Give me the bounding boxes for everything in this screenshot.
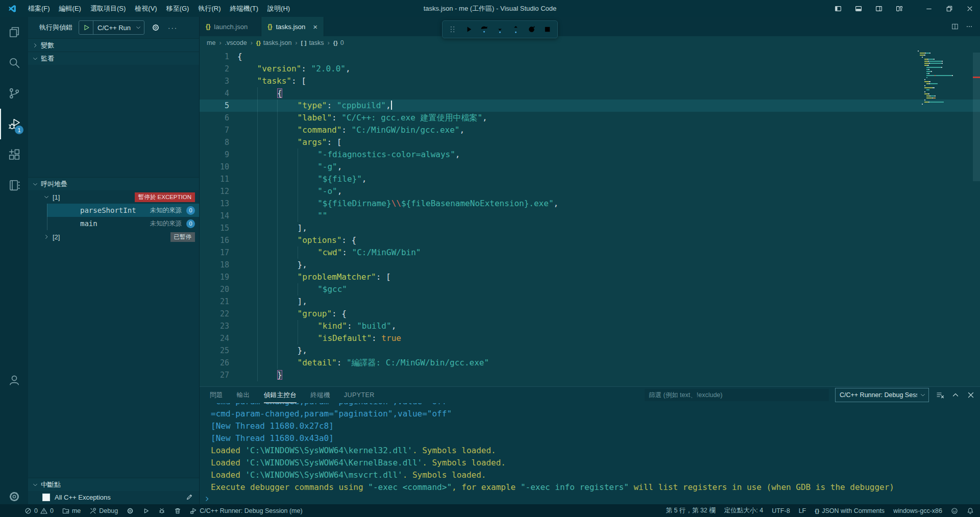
line-number[interactable]: 27	[200, 369, 229, 381]
edit-pencil-icon[interactable]	[186, 494, 193, 501]
line-number[interactable]: 14	[200, 210, 229, 222]
status-notifications[interactable]	[967, 507, 974, 514]
status-run-task[interactable]	[142, 507, 150, 514]
restart-icon[interactable]	[525, 22, 538, 36]
status-configuration[interactable]: windows-gcc-x86	[893, 507, 942, 514]
breakpoint-checkbox[interactable]	[42, 494, 50, 501]
status-workspace-me[interactable]: me	[62, 507, 81, 514]
line-number[interactable]: 5	[200, 100, 229, 112]
code-line-5[interactable]: 5"type": "cppbuild",	[200, 100, 980, 112]
menu-選取項目(S)[interactable]: 選取項目(S)	[86, 0, 130, 17]
status-cursor-position[interactable]: 第 5 行，第 32 欄	[666, 506, 716, 515]
line-number[interactable]: 9	[200, 149, 229, 161]
line-number[interactable]: 3	[200, 75, 229, 87]
step-over-icon[interactable]	[477, 22, 491, 36]
console-filter-input[interactable]	[645, 389, 829, 401]
menu-移至(G)[interactable]: 移至(G)	[162, 0, 194, 17]
activitybar-settings[interactable]	[0, 481, 28, 512]
minimize[interactable]	[919, 0, 939, 17]
code-line-23[interactable]: 23"kind": "build",	[200, 320, 980, 332]
status-debug-task[interactable]	[158, 507, 165, 514]
code-line-11[interactable]: 11"${file}",	[200, 173, 980, 185]
menu-編輯(E)[interactable]: 編輯(E)	[55, 0, 86, 17]
code-line-21[interactable]: 21],	[200, 296, 980, 308]
breadcrumb-item-me[interactable]: me	[207, 39, 215, 46]
code-line-22[interactable]: 22"group": {	[200, 308, 980, 320]
line-number[interactable]: 17	[200, 247, 229, 259]
close-panel-icon[interactable]	[967, 391, 975, 399]
code-line-14[interactable]: 14""	[200, 210, 980, 222]
line-number[interactable]: 23	[200, 320, 229, 332]
code-line-15[interactable]: 15],	[200, 222, 980, 234]
activitybar-search[interactable]	[0, 47, 28, 78]
code-line-10[interactable]: 10"-g",	[200, 161, 980, 173]
tab-launch.json[interactable]: {}launch.json	[200, 17, 261, 36]
line-number[interactable]: 24	[200, 332, 229, 344]
toggle-secondary-sidebar[interactable]	[869, 0, 889, 17]
code-line-12[interactable]: 12"-o",	[200, 185, 980, 198]
continue-icon[interactable]	[461, 22, 475, 36]
tab-tasks.json[interactable]: {}tasks.json×	[261, 17, 324, 36]
code-line-24[interactable]: 24"isDefault": true	[200, 332, 980, 344]
breadcrumb-item-tasks.json[interactable]: {}tasks.json	[256, 39, 292, 46]
line-number[interactable]: 22	[200, 308, 229, 320]
debug-gear-icon[interactable]	[152, 23, 160, 32]
breadcrumb[interactable]: me›.vscode›{}tasks.json›[ ]tasks›{}0	[200, 36, 980, 50]
status-settings-quick[interactable]	[127, 507, 134, 514]
section-variables[interactable]: 變數	[28, 38, 199, 52]
code-line-16[interactable]: 16"options": {	[200, 234, 980, 247]
code-line-13[interactable]: 13"${fileDirname}\\${fileBasenameNoExten…	[200, 198, 980, 210]
restore[interactable]	[939, 0, 960, 17]
more-actions-icon[interactable]: ···	[168, 24, 178, 32]
code-line-2[interactable]: 2"version": "2.0.0",	[200, 63, 980, 75]
line-number[interactable]: 6	[200, 112, 229, 124]
status-language-mode[interactable]: {}JSON with Comments	[815, 507, 885, 514]
panel-tab-問題[interactable]: 問題	[210, 387, 223, 403]
activitybar-source-control[interactable]	[0, 78, 28, 109]
editor-more-actions-icon[interactable]	[966, 23, 973, 30]
line-number[interactable]: 13	[200, 198, 229, 210]
stack-frame-group[interactable]: [1]暫停於 EXCEPTION	[28, 190, 199, 204]
stack-frame[interactable]: main未知的來源0	[47, 217, 199, 230]
line-number[interactable]: 10	[200, 161, 229, 173]
activitybar-run-and-debug[interactable]: 1	[0, 109, 28, 139]
breadcrumb-item-.vscode[interactable]: .vscode	[225, 39, 247, 46]
stop-icon[interactable]	[541, 22, 554, 36]
line-number[interactable]: 11	[200, 173, 229, 185]
status-indentation[interactable]: 定位點大小: 4	[724, 506, 763, 515]
code-line-3[interactable]: 3"tasks": [	[200, 75, 980, 87]
debug-console-input[interactable]	[200, 494, 980, 504]
step-out-icon[interactable]	[509, 22, 523, 36]
menu-終端機(T)[interactable]: 終端機(T)	[225, 0, 263, 17]
menu-執行(R)[interactable]: 執行(R)	[193, 0, 225, 17]
menu-說明(H)[interactable]: 說明(H)	[263, 0, 295, 17]
start-debug-icon[interactable]	[79, 21, 93, 34]
code-editor[interactable]: 1{2"version": "2.0.0",3"tasks": [4{5"typ…	[200, 50, 980, 386]
breadcrumb-item-0[interactable]: {}0	[333, 39, 344, 46]
panel-tab-終端機[interactable]: 終端機	[310, 387, 330, 403]
activitybar-explorer[interactable]	[0, 17, 28, 47]
status-problems[interactable]: 00	[24, 507, 54, 514]
status-feedback[interactable]	[951, 507, 958, 514]
panel-tab-JUPYTER[interactable]: JUPYTER	[344, 387, 375, 403]
menu-檢視(V)[interactable]: 檢視(V)	[130, 0, 161, 17]
maximize-panel-icon[interactable]	[951, 391, 960, 399]
activitybar-extensions[interactable]	[0, 139, 28, 170]
activitybar-notebook[interactable]	[0, 170, 28, 201]
split-editor-icon[interactable]	[951, 23, 959, 30]
code-line-8[interactable]: 8"args": [	[200, 136, 980, 149]
launch-config-dropdown[interactable]: C/C++ Run	[79, 20, 144, 35]
line-number[interactable]: 4	[200, 87, 229, 100]
debug-session-dropdown[interactable]: C/C++ Runner: Debug Session (me)	[835, 388, 929, 402]
customize-layout[interactable]	[889, 0, 910, 17]
close-window[interactable]	[960, 0, 980, 17]
code-line-7[interactable]: 7"command": "C:/MinGW/bin/gcc.exe",	[200, 124, 980, 136]
line-number[interactable]: 25	[200, 344, 229, 357]
code-line-19[interactable]: 19"problemMatcher": [	[200, 271, 980, 283]
debug-console-output[interactable]: =cmd-param-changed,param="pagination",va…	[200, 403, 980, 494]
line-number[interactable]: 20	[200, 283, 229, 296]
toggle-primary-sidebar[interactable]	[828, 0, 848, 17]
panel-tab-輸出[interactable]: 輸出	[237, 387, 250, 403]
line-number[interactable]: 2	[200, 63, 229, 75]
status-eol[interactable]: LF	[799, 507, 806, 514]
